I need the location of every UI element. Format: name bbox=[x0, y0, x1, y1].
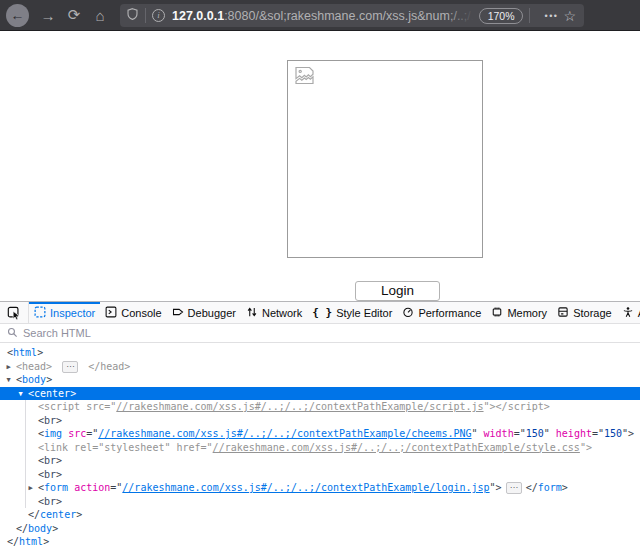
expand-arrow-icon[interactable]: ▶ bbox=[25, 482, 36, 496]
page-content: Login bbox=[0, 32, 640, 301]
syntax-token: > bbox=[56, 415, 62, 426]
syntax-token: > bbox=[37, 347, 43, 358]
inline-expander-badge[interactable]: ⋯ bbox=[62, 361, 78, 373]
syntax-token: br bbox=[44, 469, 56, 480]
node-picker-button[interactable] bbox=[0, 302, 29, 323]
tab-console[interactable]: Console bbox=[100, 302, 166, 323]
devtools-panel: Inspector Console Debugger bbox=[0, 301, 640, 558]
page-actions-icon[interactable]: ••• bbox=[544, 11, 558, 21]
syntax-token: </ bbox=[28, 509, 40, 520]
search-icon bbox=[7, 327, 18, 340]
reload-button[interactable]: ⟳ bbox=[61, 6, 87, 24]
syntax-token: br bbox=[44, 496, 56, 507]
syntax-token: > bbox=[76, 509, 82, 520]
tree-row-script[interactable]: <script src="//rakeshmane.com/xss.js#/..… bbox=[0, 400, 640, 414]
syntax-token: =" bbox=[592, 428, 604, 439]
syntax-token: > bbox=[56, 455, 62, 466]
syntax-token: <link rel="stylesheet" href=" bbox=[38, 442, 213, 453]
syntax-token: > bbox=[52, 523, 58, 534]
tree-row-body-close[interactable]: </body> bbox=[0, 522, 640, 536]
tree-row-head[interactable]: ▶<head> ⋯ </head> bbox=[0, 360, 640, 374]
syntax-token: br bbox=[44, 415, 56, 426]
syntax-token: <head> bbox=[16, 361, 58, 372]
style-editor-icon: { } bbox=[312, 306, 332, 319]
devtools-tabbar: Inspector Console Debugger bbox=[0, 302, 640, 324]
syntax-token: form bbox=[538, 482, 562, 493]
syntax-token: img bbox=[44, 428, 62, 439]
syntax-token: </ bbox=[16, 523, 28, 534]
syntax-token: > bbox=[56, 496, 62, 507]
memory-icon bbox=[491, 306, 503, 320]
url-text[interactable]: 127.0.0.1:8080/&sol;rakeshmane.com/xss.j… bbox=[172, 9, 473, 23]
home-button[interactable]: ⌂ bbox=[87, 7, 113, 24]
browser-toolbar: ← → ⟳ ⌂ i 127.0.0.1:8080/&sol;rakeshmane… bbox=[0, 0, 640, 31]
tree-row-html-open[interactable]: <html> bbox=[0, 346, 640, 360]
syntax-token: " bbox=[544, 428, 556, 439]
tab-label: Inspector bbox=[50, 307, 95, 319]
attribute-url-link[interactable]: //rakeshmane.com/xss.js#/..;/..;/context… bbox=[213, 442, 580, 453]
tab-label: Memory bbox=[507, 307, 547, 319]
syntax-token: <center> bbox=[28, 388, 76, 399]
url-bar[interactable]: i 127.0.0.1:8080/&sol;rakeshmane.com/xss… bbox=[120, 4, 584, 27]
syntax-token: =" bbox=[514, 428, 526, 439]
tree-row-link[interactable]: <link rel="stylesheet" href="//rakeshman… bbox=[0, 441, 640, 455]
tab-label: Debugger bbox=[188, 307, 236, 319]
syntax-token: " bbox=[472, 428, 484, 439]
url-fade bbox=[447, 9, 473, 23]
tab-label: Performance bbox=[418, 307, 481, 319]
tab-network[interactable]: Network bbox=[241, 302, 307, 323]
back-button[interactable]: ← bbox=[6, 4, 29, 27]
tree-row-img[interactable]: <img src="//rakeshmane.com/xss.js#/..;/.… bbox=[0, 427, 640, 441]
attribute-url-link[interactable]: //rakeshmane.com/xss.js#/..;/..;/context… bbox=[122, 482, 489, 493]
attribute-url-link[interactable]: //rakeshmane.com/xss.js#/..;/..;/context… bbox=[98, 428, 471, 439]
tree-row-body-open[interactable]: ▼<body> bbox=[0, 373, 640, 387]
site-info-icon[interactable]: i bbox=[152, 9, 165, 22]
syntax-token: 150 bbox=[604, 428, 622, 439]
collapse-arrow-icon[interactable]: ▼ bbox=[15, 388, 26, 402]
tab-label: Console bbox=[121, 307, 161, 319]
syntax-token: > bbox=[43, 536, 49, 547]
inline-expander-badge[interactable]: ⋯ bbox=[506, 482, 522, 494]
expand-arrow-icon[interactable]: ▶ bbox=[3, 361, 14, 375]
tree-row-center-close[interactable]: </center> bbox=[0, 508, 640, 522]
broken-image-placeholder bbox=[287, 60, 483, 258]
zoom-level-badge[interactable]: 170% bbox=[479, 8, 524, 24]
tree-row-br[interactable]: <br> bbox=[0, 468, 640, 482]
tree-row-html-close[interactable]: </html> bbox=[0, 535, 640, 549]
syntax-token: > bbox=[56, 469, 62, 480]
tab-accessibility[interactable]: Acce bbox=[617, 302, 640, 323]
tab-style-editor[interactable]: { } Style Editor bbox=[307, 302, 397, 323]
syntax-token: src bbox=[68, 428, 86, 439]
attribute-url-link[interactable]: //rakeshmane.com/xss.js#/..;/..;/context… bbox=[116, 401, 483, 412]
urlbar-divider bbox=[529, 8, 530, 23]
markup-tree: <html>▶<head> ⋯ </head>▼<body>▼<center><… bbox=[0, 343, 640, 558]
tab-label: Network bbox=[262, 307, 302, 319]
forward-button[interactable]: → bbox=[35, 7, 61, 24]
shield-icon[interactable] bbox=[126, 7, 139, 25]
syntax-token: center bbox=[40, 509, 76, 520]
collapse-arrow-icon[interactable]: ▼ bbox=[3, 374, 14, 388]
search-input[interactable]: Search HTML bbox=[0, 324, 640, 343]
tab-label: Style Editor bbox=[336, 307, 392, 319]
bookmark-star-icon[interactable]: ☆ bbox=[563, 8, 576, 24]
tab-memory[interactable]: Memory bbox=[486, 302, 552, 323]
firefox-window: ← → ⟳ ⌂ i 127.0.0.1:8080/&sol;rakeshmane… bbox=[0, 0, 640, 558]
syntax-token: =" bbox=[110, 482, 122, 493]
tab-inspector[interactable]: Inspector bbox=[29, 302, 100, 323]
tree-row-br[interactable]: <br> bbox=[0, 414, 640, 428]
login-button[interactable]: Login bbox=[355, 281, 440, 301]
syntax-token: html bbox=[19, 536, 43, 547]
tab-debugger[interactable]: Debugger bbox=[167, 302, 241, 323]
syntax-token: br bbox=[44, 455, 56, 466]
syntax-token: height bbox=[556, 428, 592, 439]
tab-storage[interactable]: Storage bbox=[552, 302, 617, 323]
syntax-token: </ bbox=[526, 482, 538, 493]
tree-row-form[interactable]: ▶<form action="//rakeshmane.com/xss.js#/… bbox=[0, 481, 640, 495]
network-icon bbox=[246, 306, 258, 320]
tab-performance[interactable]: Performance bbox=[397, 302, 486, 323]
tree-row-center-open[interactable]: ▼<center> bbox=[0, 387, 640, 401]
syntax-token: 150 bbox=[526, 428, 544, 439]
urlbar-divider bbox=[145, 8, 146, 23]
tree-row-br[interactable]: <br> bbox=[0, 495, 640, 509]
tree-row-br[interactable]: <br> bbox=[0, 454, 640, 468]
